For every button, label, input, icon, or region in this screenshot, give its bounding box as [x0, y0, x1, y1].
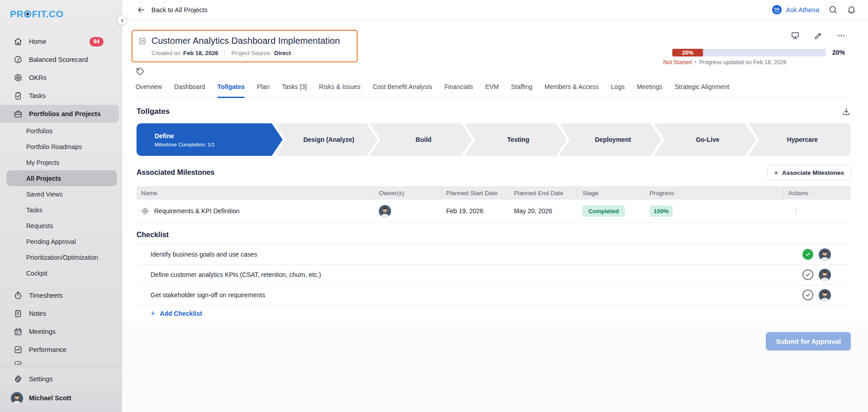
tab-risks-issues[interactable]: Risks & Issues [319, 82, 361, 98]
tab-dashboard[interactable]: Dashboard [174, 82, 205, 98]
tollgate-step-hypercare[interactable]: Hypercare [749, 123, 851, 156]
tab-financials[interactable]: Financials [444, 82, 473, 98]
source-label: Project Source: [231, 50, 272, 56]
tags-icon[interactable] [136, 67, 145, 76]
assignee-avatar[interactable] [819, 269, 831, 281]
progress-bar[interactable]: 20% [672, 49, 826, 56]
checklist-item-label: Get stakeholder sign-off on requirements [151, 291, 265, 299]
tab-evm[interactable]: EVM [485, 82, 499, 98]
submit-for-approval-button[interactable]: Submit for Approval [766, 332, 851, 351]
row-actions-kebab-icon[interactable] [792, 207, 800, 215]
tollgate-step-go-live[interactable]: Go-Live [654, 123, 756, 156]
tollgate-step-build[interactable]: Build [370, 123, 472, 156]
edit-pencil-icon[interactable] [814, 31, 823, 40]
sidebar-subitem-portfolio-roadmaps[interactable]: Portfolio Roadmaps [0, 139, 122, 154]
project-tabs: OverviewDashboardTollgatesPlanTasks [3]R… [136, 82, 851, 98]
sidebar-subitem-all-projects[interactable]: All Projects [6, 170, 117, 186]
sidebar-item-label: Home [29, 38, 47, 45]
owner-avatar [379, 205, 391, 217]
back-to-all-projects[interactable]: Back to All Projects [137, 5, 208, 14]
presentation-board-icon[interactable] [791, 31, 800, 40]
check-circle-checked-icon[interactable] [802, 249, 813, 260]
partial-menu-item [0, 360, 122, 365]
project-title: Customer Analytics Dashboard Implementat… [151, 36, 340, 46]
back-label: Back to All Projects [151, 6, 208, 14]
column-header-stage: Stage [578, 186, 645, 200]
notifications-bell-icon[interactable] [847, 5, 856, 14]
sidebar-item-meetings[interactable]: Meetings [0, 323, 122, 341]
step-label: Go-Live [696, 136, 719, 143]
tollgate-step-deployment[interactable]: Deployment [559, 123, 661, 156]
tab-members-access[interactable]: Members & Access [545, 82, 599, 98]
column-header-planned-start-date: Planned Start Date [442, 186, 509, 200]
checklist-item: Define customer analytics KPIs (CSAT, re… [137, 265, 851, 285]
sidebar-item-settings[interactable]: Settings [0, 370, 122, 388]
tab-tollgates[interactable]: Tollgates [217, 82, 245, 98]
sidebar-subitem-cockpit[interactable]: Cockpit [0, 265, 122, 281]
table-row[interactable]: Requirements & KPI DefinitionFeb 19, 202… [137, 200, 851, 223]
assignee-avatar[interactable] [819, 289, 831, 301]
tab-strategic-alignment[interactable]: Strategic Alignment [675, 82, 730, 98]
sidebar-item-balanced-scorecard[interactable]: Balanced Scorecard [0, 51, 122, 69]
tab-overview[interactable]: Overview [136, 82, 162, 98]
sidebar-collapse-button[interactable] [117, 15, 127, 25]
search-icon[interactable] [828, 5, 838, 14]
sidebar-subitem-pending-approval[interactable]: Pending Approval [0, 234, 122, 249]
profit-co-logo: PRFIT.CO [0, 0, 122, 19]
progress-updated-text: Progress updated on Feb 18, 2026 [699, 59, 787, 66]
download-icon[interactable] [842, 107, 851, 116]
step-label: Define [155, 132, 174, 140]
checklist-list: Identify business goals and use casesDef… [137, 244, 851, 305]
tollgate-step-testing[interactable]: Testing [464, 123, 566, 156]
calendar-icon [14, 327, 23, 336]
project-meta: Created on Feb 18, 2026 Project Source: … [151, 49, 351, 56]
milestone-name: Requirements & KPI Definition [154, 207, 240, 215]
check-circle-unchecked-icon[interactable] [802, 290, 813, 300]
tollgate-step-design-analyze[interactable]: Design (Analyze) [275, 123, 377, 156]
tab-logs[interactable]: Logs [611, 82, 624, 98]
sidebar-item-okrs[interactable]: OKRs [0, 69, 122, 87]
step-label: Hypercare [787, 136, 818, 143]
add-checklist-button[interactable]: + Add Checklist [137, 305, 851, 322]
sidebar-user[interactable]: Michael Scott [0, 388, 122, 408]
sidebar-subitem-saved-views[interactable]: Saved Views [0, 186, 122, 202]
sidebar-item-label: Tasks [29, 92, 46, 99]
sidebar-item-label: Timesheets [29, 292, 62, 299]
check-circle-unchecked-icon[interactable] [802, 269, 813, 280]
column-header-progress: Progress [645, 186, 784, 200]
associate-milestones-button[interactable]: + Associate Milestones [767, 165, 851, 180]
sidebar-subitem-prioritization-optimization[interactable]: Prioritization/Optimization [0, 249, 122, 265]
sidebar-item-notes[interactable]: Notes [0, 304, 122, 323]
sidebar-item-tasks[interactable]: Tasks [0, 87, 122, 105]
sidebar-item-portfolios-and-projects[interactable]: Portfolios and Projects [0, 105, 119, 123]
briefcase-icon [14, 109, 23, 118]
sidebar-item-home[interactable]: Home94 [0, 33, 122, 51]
assignee-avatar[interactable] [819, 248, 831, 261]
ask-athena-button[interactable]: Ask Athena [772, 5, 819, 15]
tab-plan[interactable]: Plan [257, 82, 269, 98]
more-options-ellipsis-icon[interactable] [837, 31, 846, 40]
tab-tasks-3[interactable]: Tasks [3] [282, 82, 307, 98]
project-title-box[interactable]: Customer Analytics Dashboard Implementat… [132, 30, 358, 62]
plus-icon: + [151, 309, 156, 318]
tollgates-heading: Tollgates [137, 107, 170, 116]
sidebar-subitem-tasks[interactable]: Tasks [0, 202, 122, 218]
sidebar-subitem-my-projects[interactable]: My Projects [0, 154, 122, 170]
tab-cost-benefit-analysis[interactable]: Cost Benefit Analysis [373, 82, 432, 98]
sidebar-item-performance[interactable]: Performance [0, 341, 122, 359]
step-label: Build [415, 136, 431, 143]
tollgates-panel: Tollgates DefineMilestone Completion: 1/… [122, 98, 868, 412]
sidebar-item-timesheets[interactable]: Timesheets [0, 286, 122, 304]
associate-milestones-label: Associate Milestones [782, 169, 844, 176]
tab-meetings[interactable]: Meetings [637, 82, 663, 98]
planned-end-date: May 20, 2026 [509, 207, 578, 215]
sidebar-subitem-requests[interactable]: Requests [0, 218, 122, 234]
sidebar-subitem-portfolios[interactable]: Portfolios [0, 123, 122, 139]
document-icon [138, 37, 146, 45]
tab-staffing[interactable]: Staffing [511, 82, 532, 98]
add-checklist-label: Add Checklist [160, 310, 202, 317]
chevron-left-icon [119, 18, 125, 23]
ask-athena-label: Ask Athena [786, 6, 819, 14]
tollgate-step-define[interactable]: DefineMilestone Completion: 1/1 [137, 123, 283, 156]
notification-count-badge: 94 [90, 37, 104, 47]
